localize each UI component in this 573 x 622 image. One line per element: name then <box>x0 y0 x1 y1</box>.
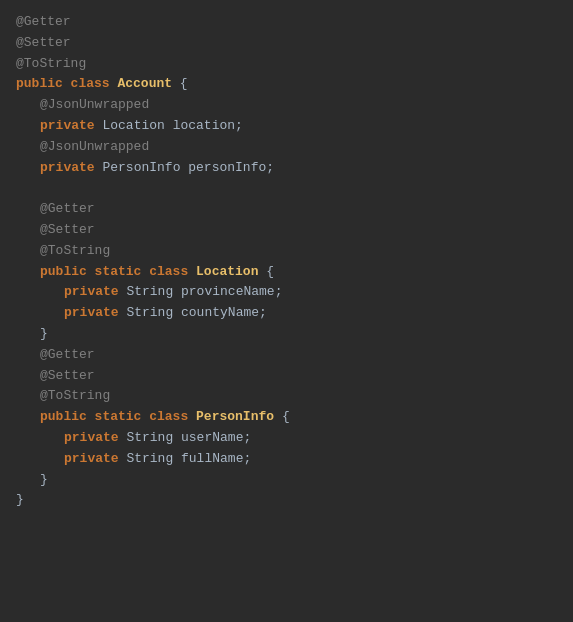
line-setter-2: @Setter <box>36 220 561 241</box>
line-setter-3: @Setter <box>36 366 561 387</box>
line-close-account: } <box>12 490 561 511</box>
line-field-personinfo: private PersonInfo personInfo; <box>36 158 561 179</box>
line-empty-1 <box>12 178 561 199</box>
line-tostring-2: @ToString <box>36 241 561 262</box>
line-field-provincename: private String provinceName; <box>60 282 561 303</box>
line-tostring-1: @ToString <box>12 54 561 75</box>
line-close-location: } <box>36 324 561 345</box>
line-close-personinfo: } <box>36 470 561 491</box>
line-jsonunwrapped-1: @JsonUnwrapped <box>36 95 561 116</box>
line-field-fullname: private String fullName; <box>60 449 561 470</box>
line-setter-1: @Setter <box>12 33 561 54</box>
line-class-personinfo: public static class PersonInfo { <box>36 407 561 428</box>
line-getter-3: @Getter <box>36 345 561 366</box>
line-jsonunwrapped-2: @JsonUnwrapped <box>36 137 561 158</box>
line-getter-2: @Getter <box>36 199 561 220</box>
line-getter-1: @Getter <box>12 12 561 33</box>
line-class-account: public class Account { <box>12 74 561 95</box>
line-field-countyname: private String countyName; <box>60 303 561 324</box>
line-field-username: private String userName; <box>60 428 561 449</box>
line-tostring-3: @ToString <box>36 386 561 407</box>
line-field-location: private Location location; <box>36 116 561 137</box>
code-editor: @Getter @Setter @ToString public class A… <box>0 8 573 515</box>
line-class-location: public static class Location { <box>36 262 561 283</box>
